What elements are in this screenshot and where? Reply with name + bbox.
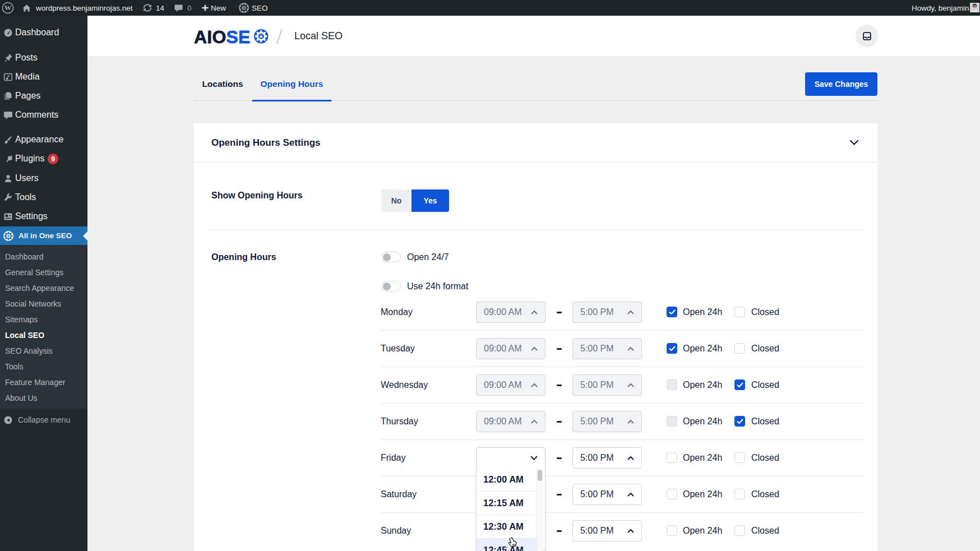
svg-text:W: W [4,4,12,12]
